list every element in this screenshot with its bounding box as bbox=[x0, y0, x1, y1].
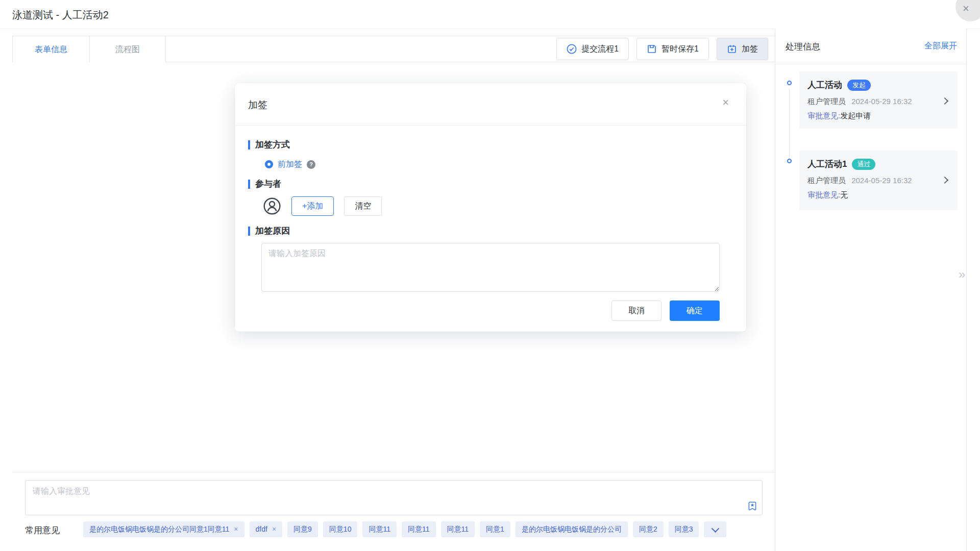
chevron-down-icon bbox=[712, 524, 720, 533]
common-opinion-tag[interactable]: 是的尔电饭锅电饭锅是的分公司 bbox=[516, 521, 628, 537]
timeline-bullet bbox=[787, 159, 792, 163]
opinion-value: 发起申请 bbox=[840, 111, 871, 120]
accent-bar bbox=[248, 140, 250, 149]
submit-flow-label: 提交流程1 bbox=[581, 44, 619, 55]
opinion-value: 无 bbox=[840, 190, 848, 199]
approval-comment-box bbox=[25, 480, 763, 515]
accent-bar bbox=[248, 227, 250, 236]
clear-participants-button[interactable]: 清空 bbox=[344, 196, 382, 216]
submit-flow-button[interactable]: 提交流程1 bbox=[556, 38, 629, 60]
window-header: 泳道测试 - 人工活动2 bbox=[0, 0, 980, 29]
remove-tag-icon[interactable]: × bbox=[234, 525, 238, 533]
status-badge: 通过 bbox=[852, 159, 875, 170]
tab-flowchart[interactable]: 流程图 bbox=[90, 36, 166, 63]
timeline-card[interactable]: 人工活动 发起 租户管理员 2024-05-29 16:32 审批意见:发起申请 bbox=[799, 71, 958, 129]
user-name: 租户管理员 bbox=[807, 176, 846, 185]
radio-front-countersign[interactable] bbox=[265, 160, 273, 168]
status-badge: 发起 bbox=[847, 80, 871, 91]
help-icon[interactable]: ? bbox=[307, 160, 315, 169]
chevron-right-icon[interactable] bbox=[941, 177, 948, 184]
common-opinion-tag[interactable]: 同意2 bbox=[633, 521, 664, 537]
modal-close-icon[interactable]: × bbox=[722, 97, 729, 108]
temp-save-button[interactable]: 暂时保存1 bbox=[636, 38, 709, 60]
radio-front-countersign-label[interactable]: 前加签 bbox=[278, 159, 302, 170]
timeline-connector bbox=[789, 88, 790, 160]
timeline-card[interactable]: 人工活动1 通过 租户管理员 2024-05-29 16:32 审批意见:无 bbox=[799, 151, 958, 210]
common-opinion-tag[interactable]: 同意10 bbox=[323, 521, 358, 537]
bookmark-star-icon[interactable] bbox=[747, 501, 757, 511]
expand-all-link[interactable]: 全部展开 bbox=[924, 41, 957, 52]
panel-header: 处理信息 全部展开 bbox=[775, 29, 966, 64]
common-opinion-tag[interactable]: 同意11 bbox=[441, 521, 475, 537]
common-opinion-tag[interactable]: 同意9 bbox=[287, 521, 318, 537]
common-opinion-tag[interactable]: 同意1 bbox=[480, 521, 510, 537]
modal-title: 加签 bbox=[248, 98, 267, 112]
expand-tags-button[interactable] bbox=[704, 521, 726, 537]
section-title-participants: 参与者 bbox=[255, 178, 281, 190]
user-name: 租户管理员 bbox=[807, 97, 846, 106]
close-icon: × bbox=[963, 3, 969, 14]
activity-name: 人工活动 bbox=[807, 79, 842, 91]
processing-info-panel: 处理信息 全部展开 人工活动 发起 租户管理员 2024-05-29 16:32… bbox=[775, 29, 967, 551]
opinion-label: 审批意见: bbox=[807, 190, 840, 199]
timeline-bullet bbox=[787, 81, 792, 85]
common-opinions-label: 常用意见 bbox=[25, 524, 60, 536]
accent-bar bbox=[248, 180, 250, 189]
common-opinion-tag[interactable]: 同意3 bbox=[669, 521, 699, 537]
activity-name: 人工活动1 bbox=[807, 158, 847, 170]
section-title-reason: 加签原因 bbox=[255, 225, 290, 237]
page-title: 泳道测试 - 人工活动2 bbox=[12, 8, 109, 22]
square-plus-icon bbox=[727, 44, 737, 54]
temp-save-label: 暂时保存1 bbox=[662, 44, 699, 55]
opinion-label: 审批意见: bbox=[807, 111, 840, 120]
modal-body: 加签方式 前加签 ? 参与者 +添加 清空 加签原因 取消 确定 bbox=[235, 126, 746, 321]
chevron-right-icon[interactable] bbox=[941, 97, 948, 105]
divider bbox=[12, 472, 775, 472]
panel-title: 处理信息 bbox=[786, 41, 820, 53]
common-opinion-tag[interactable]: 是的尔电饭锅电饭锅是的分公司同意1同意11× bbox=[83, 521, 244, 537]
collapse-panel-button[interactable]: » bbox=[959, 268, 965, 281]
remove-tag-icon[interactable]: × bbox=[272, 525, 276, 533]
circle-check-icon bbox=[567, 44, 577, 54]
modal-footer: 取消 确定 bbox=[248, 300, 720, 321]
tab-form-info[interactable]: 表单信息 bbox=[12, 36, 90, 63]
cancel-button[interactable]: 取消 bbox=[611, 300, 662, 321]
countersign-button[interactable]: 加签 bbox=[717, 38, 768, 60]
countersign-modal: 加签 × 加签方式 前加签 ? 参与者 +添加 清空 加签原因 取消 bbox=[235, 83, 746, 332]
approval-comment-textarea[interactable] bbox=[26, 481, 762, 515]
confirm-button[interactable]: 确定 bbox=[670, 300, 720, 321]
tab-bar: 表单信息 流程图 提交流程1 暂时保存1 加签 bbox=[12, 36, 775, 62]
toolbar: 提交流程1 暂时保存1 加签 bbox=[556, 38, 768, 60]
common-opinions-tags: 是的尔电饭锅电饭锅是的分公司同意1同意11× dfdf× 同意9 同意10 同意… bbox=[83, 521, 726, 537]
timestamp: 2024-05-29 16:32 bbox=[851, 176, 912, 185]
person-circle-icon bbox=[263, 197, 281, 215]
section-title-method: 加签方式 bbox=[255, 139, 290, 151]
common-opinion-tag[interactable]: 同意11 bbox=[402, 521, 436, 537]
countersign-label: 加签 bbox=[742, 44, 758, 55]
timestamp: 2024-05-29 16:32 bbox=[851, 97, 912, 106]
modal-header: 加签 × bbox=[235, 83, 746, 126]
floppy-icon bbox=[647, 44, 657, 54]
countersign-reason-textarea[interactable] bbox=[261, 243, 720, 292]
add-participant-button[interactable]: +添加 bbox=[291, 196, 334, 216]
common-opinion-tag[interactable]: 同意11 bbox=[362, 521, 397, 537]
common-opinion-tag[interactable]: dfdf× bbox=[250, 521, 283, 537]
